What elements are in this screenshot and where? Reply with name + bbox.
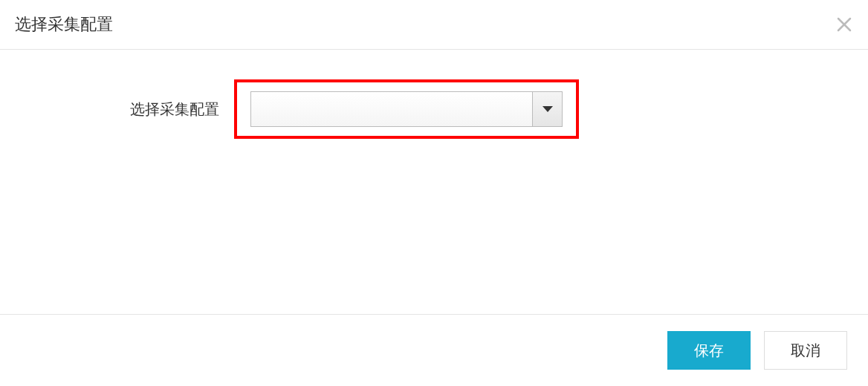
- chevron-down-icon: [532, 92, 562, 126]
- config-label: 选择采集配置: [78, 99, 227, 120]
- modal-footer: 保存 取消: [0, 314, 868, 386]
- modal-title: 选择采集配置: [15, 13, 113, 36]
- config-dropdown[interactable]: [250, 91, 563, 127]
- svg-marker-2: [542, 106, 553, 112]
- close-icon[interactable]: [835, 16, 853, 33]
- highlight-box: [234, 79, 579, 139]
- modal-body: 选择采集配置: [0, 50, 868, 272]
- save-button[interactable]: 保存: [667, 331, 751, 370]
- config-dropdown-value: [251, 92, 532, 126]
- cancel-button[interactable]: 取消: [764, 331, 847, 370]
- modal-header: 选择采集配置: [0, 0, 868, 50]
- form-row-config: 选择采集配置: [78, 79, 853, 139]
